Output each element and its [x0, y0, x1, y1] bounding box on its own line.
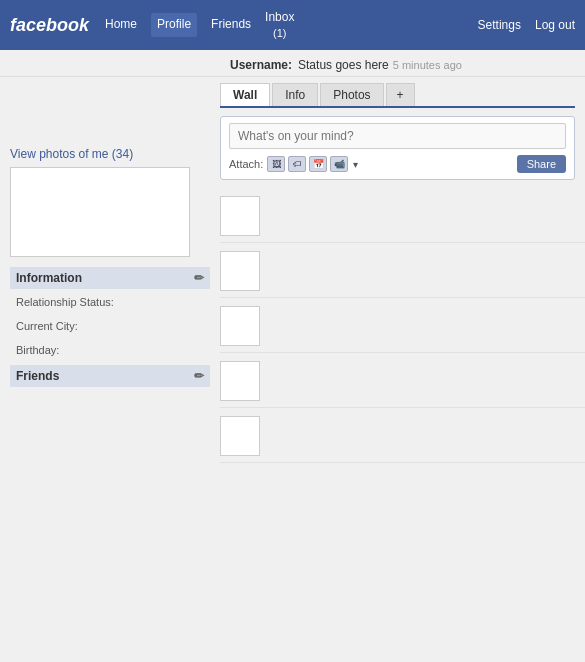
- status-time: 5 minutes ago: [393, 59, 462, 71]
- status-text: Status goes here: [298, 58, 389, 72]
- birthday-row: Birthday:: [10, 341, 210, 359]
- feed-item-1: [220, 190, 585, 243]
- share-button[interactable]: Share: [517, 155, 566, 173]
- feed-content-4: [268, 361, 575, 401]
- navbar-right: Settings Log out: [478, 18, 575, 32]
- tab-info[interactable]: Info: [272, 83, 318, 106]
- friends-section-header: Friends ✏: [10, 365, 210, 387]
- sidebar: View photos of me (34) Information ✏ Rel…: [0, 77, 220, 662]
- relationship-status-row: Relationship Status:: [10, 293, 210, 311]
- username-label: Username:: [230, 58, 292, 72]
- information-edit-icon[interactable]: ✏: [194, 271, 204, 285]
- feed-item-3: [220, 300, 585, 353]
- birthday-label: Birthday:: [16, 344, 59, 356]
- current-city-row: Current City:: [10, 317, 210, 335]
- navbar: facebook Home Profile Friends Inbox (1) …: [0, 0, 585, 50]
- feed-thumb-1: [220, 196, 260, 236]
- tab-bar: Wall Info Photos +: [220, 83, 575, 108]
- tab-wall[interactable]: Wall: [220, 83, 270, 106]
- tab-photos[interactable]: Photos: [320, 83, 383, 106]
- attach-photo-icon[interactable]: 🖼: [267, 156, 285, 172]
- friends-edit-icon[interactable]: ✏: [194, 369, 204, 383]
- information-label: Information: [16, 271, 82, 285]
- nav-home[interactable]: Home: [105, 17, 137, 33]
- attach-event-icon[interactable]: 📅: [309, 156, 327, 172]
- relationship-label: Relationship Status:: [16, 296, 114, 308]
- attach-icons: 🖼 🏷 📅 📹 ▾: [267, 156, 358, 172]
- settings-link[interactable]: Settings: [478, 18, 521, 32]
- feed-thumb-5: [220, 416, 260, 456]
- feed-thumb-4: [220, 361, 260, 401]
- logout-link[interactable]: Log out: [535, 18, 575, 32]
- information-section-header: Information ✏: [10, 267, 210, 289]
- status-post-box: Attach: 🖼 🏷 📅 📹 ▾ Share: [220, 116, 575, 180]
- friends-section: Friends ✏: [10, 365, 210, 387]
- nav-links: Home Profile Friends Inbox (1): [105, 10, 478, 40]
- attach-bar: Attach: 🖼 🏷 📅 📹 ▾ Share: [229, 155, 566, 173]
- nav-profile[interactable]: Profile: [151, 13, 197, 37]
- friends-label: Friends: [16, 369, 59, 383]
- feed-item-4: [220, 355, 585, 408]
- status-input[interactable]: [229, 123, 566, 149]
- feed-item-2: [220, 245, 585, 298]
- feed-content-3: [268, 306, 575, 346]
- brand-logo[interactable]: facebook: [10, 15, 89, 36]
- attach-label: Attach:: [229, 158, 263, 170]
- profile-photo-box: [10, 167, 190, 257]
- nav-friends[interactable]: Friends: [211, 17, 251, 33]
- feed-content-5: [268, 416, 575, 456]
- feed-content-1: [268, 196, 575, 236]
- view-photos-link[interactable]: View photos of me (34): [10, 147, 210, 161]
- main-content: Wall Info Photos + Attach: 🖼 🏷 📅 📹 ▾: [220, 77, 585, 662]
- city-label: Current City:: [16, 320, 78, 332]
- attach-tag-icon[interactable]: 🏷: [288, 156, 306, 172]
- tab-add[interactable]: +: [386, 83, 415, 106]
- attach-dropdown-icon[interactable]: ▾: [353, 159, 358, 170]
- page-wrapper: View photos of me (34) Information ✏ Rel…: [0, 77, 585, 662]
- attach-video-icon[interactable]: 📹: [330, 156, 348, 172]
- feed-thumb-2: [220, 251, 260, 291]
- feed-item-5: [220, 410, 585, 463]
- feed-content-2: [268, 251, 575, 291]
- nav-inbox[interactable]: Inbox (1): [265, 10, 294, 40]
- feed-thumb-3: [220, 306, 260, 346]
